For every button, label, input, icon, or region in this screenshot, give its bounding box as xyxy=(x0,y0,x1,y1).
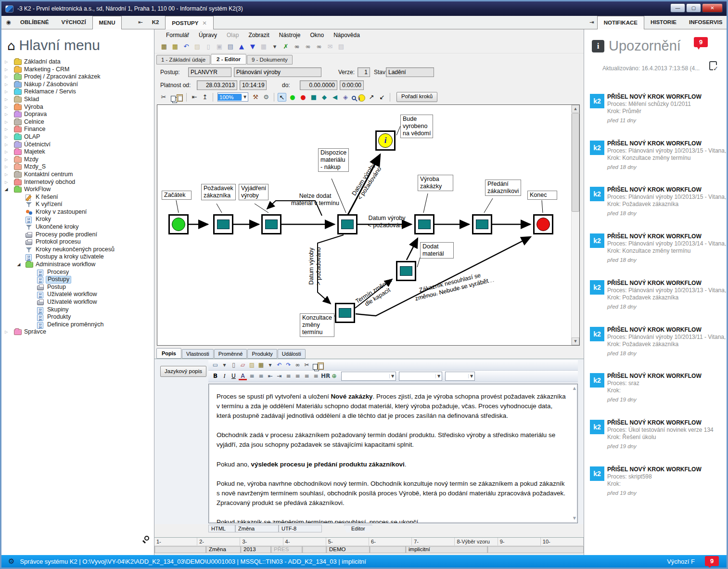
tree-item-reklamace-servis[interactable]: ▷Reklamace / Servis xyxy=(1,88,154,96)
copy-icon[interactable] xyxy=(171,96,176,102)
undo-icon[interactable]: ↶ xyxy=(275,361,283,369)
tree-item-celnice[interactable]: ▷Celnice xyxy=(1,118,154,126)
zoom-tool-icon[interactable] xyxy=(352,96,356,100)
expand-arrow-icon[interactable]: ▷ xyxy=(3,73,9,81)
notification-item[interactable]: k2PŘIŠEL NOVÝ KROK WORKFLOWProces: Úkol … xyxy=(590,419,728,449)
expand-arrow-icon[interactable]: ▷ xyxy=(3,58,9,66)
tree-item-postup[interactable]: Postup xyxy=(1,284,154,291)
notification-item[interactable]: k2PŘIŠEL NOVÝ KROK WORKFLOWProces: Pláno… xyxy=(590,233,728,263)
gear-icon[interactable]: ⚙ xyxy=(8,557,14,566)
menu-n-pov-da[interactable]: Nápověda xyxy=(329,30,365,40)
cursor-icon[interactable]: ↖ xyxy=(278,93,286,102)
undo-icon[interactable]: ↶ xyxy=(181,42,191,52)
indent-icon[interactable]: ⇥ xyxy=(275,372,283,380)
tree-item-kroky[interactable]: Kroky xyxy=(1,216,154,223)
menu-zobrazit[interactable]: Zobrazit xyxy=(243,30,274,40)
fkey-8[interactable]: 8-Výběr vzoru xyxy=(455,538,498,545)
globe-icon[interactable]: ⊕ xyxy=(330,372,338,380)
dropdown-icon[interactable]: ▾ xyxy=(220,361,229,369)
menu-pravy[interactable]: Úpravy xyxy=(194,30,222,40)
fkey-7[interactable]: 7- xyxy=(412,538,455,545)
restore-button[interactable]: ▢ xyxy=(686,3,701,13)
step-order-button[interactable]: Pořadí kroků xyxy=(396,92,437,102)
format-select-2[interactable]: ▼ xyxy=(445,372,475,381)
collapse-arrow-icon[interactable]: ◢ xyxy=(16,261,22,269)
tree-item-procesy[interactable]: Procesy xyxy=(1,269,154,276)
italic-icon[interactable]: I xyxy=(220,372,229,380)
tree-item-kroky-v-zastoupen[interactable]: Kroky v zastoupení xyxy=(1,208,154,216)
save-as-icon[interactable]: ▦ xyxy=(170,42,180,52)
fkey-2[interactable]: 2- xyxy=(197,538,240,545)
record-icon[interactable]: ◉ xyxy=(3,16,14,29)
platnost-od-time-field[interactable]: 10:14:19 xyxy=(240,80,267,90)
notification-item[interactable]: k2PŘIŠEL NOVÝ KROK WORKFLOWProces: Pláno… xyxy=(590,140,728,170)
tree-item-majetek[interactable]: ▷Majetek xyxy=(1,148,154,156)
scroll-down-icon[interactable]: ▼ xyxy=(572,337,579,345)
new-doc-icon[interactable]: ▯ xyxy=(230,361,238,369)
tree-item-protokol-procesu[interactable]: Protokol procesu xyxy=(1,238,154,246)
dropdown-icon[interactable]: ▾ xyxy=(270,42,280,52)
workflow-node-dodat-material[interactable] xyxy=(396,261,416,281)
workflow-canvas[interactable]: iZačátekPožadavekzákazníkaVyjádřenívýrob… xyxy=(157,104,580,346)
tab-notifikace[interactable]: NOTIFIKACE xyxy=(597,16,644,30)
move-down-icon[interactable]: ▼ xyxy=(248,42,257,52)
find-selection-icon[interactable]: ∞ xyxy=(314,42,324,52)
expand-arrow-icon[interactable]: ▷ xyxy=(3,141,9,149)
cut-icon[interactable]: ✂ xyxy=(159,93,168,102)
filter-edit-icon[interactable]: ✗ xyxy=(281,42,291,52)
tree-item-definice-prom-nn-ch[interactable]: Definice proměnných xyxy=(1,321,154,329)
statusbar-badge[interactable]: 9 xyxy=(705,556,719,566)
do-date-field[interactable]: 0.00.0000 xyxy=(300,80,337,90)
detail-tab-prom-nn[interactable]: Proměnné xyxy=(214,349,247,359)
stav-field[interactable]: Ladění xyxy=(386,67,434,77)
edit-doc-icon[interactable]: ▱ xyxy=(239,361,247,369)
jump-start-icon[interactable]: ⇤ xyxy=(190,93,199,102)
dropdown-icon[interactable]: ▾ xyxy=(266,361,274,369)
workflow-node-bude-vyrobeno[interactable]: i xyxy=(375,130,396,151)
save-doc-icon[interactable]: ▦ xyxy=(257,361,265,369)
open-icon[interactable]: ▨ xyxy=(192,42,202,52)
tree-item-postupy[interactable]: Postupy xyxy=(1,276,154,284)
align-right-icon[interactable]: ≡ xyxy=(303,372,311,380)
chevron-down-icon[interactable]: ▼ xyxy=(389,374,396,378)
redirect-out-icon[interactable]: ↗ xyxy=(367,93,376,102)
fkey-1[interactable]: 1- xyxy=(154,538,197,545)
workflow-node-pozadavek-zakaznika[interactable] xyxy=(213,214,233,234)
paste-icon[interactable] xyxy=(177,94,183,102)
scroll-thumb[interactable] xyxy=(572,113,579,212)
workflow-node-konzultace-zmeny[interactable] xyxy=(335,303,355,323)
tree-item-workflow[interactable]: ◢WorkFlow xyxy=(1,186,154,194)
detail-tab-produkty[interactable]: Produkty xyxy=(247,349,277,359)
close-tab-icon[interactable]: ✕ xyxy=(202,20,207,26)
minimize-button[interactable]: — xyxy=(670,3,685,13)
numbered-list-icon[interactable]: ≡ xyxy=(248,372,256,380)
align-left-icon[interactable]: ≡ xyxy=(284,372,293,380)
format-select-0[interactable]: ▼ xyxy=(341,372,396,381)
expand-arrow-icon[interactable]: ▷ xyxy=(3,96,9,103)
editor-tab-1-z-kladn-daje[interactable]: 1 - Základní údaje xyxy=(156,55,210,65)
workflow-node-zacatek[interactable] xyxy=(168,214,189,234)
notification-item[interactable]: k2PŘIŠEL NOVÝ KROK WORKFLOWProces: Pláno… xyxy=(590,279,728,310)
tree-item-z-kladn-data[interactable]: ▷Základní data xyxy=(1,58,154,66)
postup-name-field[interactable]: Plánování výroby xyxy=(234,67,321,77)
mark-read-icon[interactable] xyxy=(709,61,717,70)
desc-scroll-up-icon[interactable]: ▲ xyxy=(573,386,576,391)
tree-item-olap[interactable]: ▷OLAP xyxy=(1,133,154,141)
align-center-icon[interactable]: ≡ xyxy=(294,372,302,380)
notification-item[interactable]: k2PŘIŠEL NOVÝ KROK WORKFLOWProces: Měřen… xyxy=(590,93,728,123)
do-time-field[interactable]: 0:00:00 xyxy=(340,80,364,90)
chevron-down-icon[interactable]: ▼ xyxy=(468,374,474,378)
notification-item[interactable]: k2PŘIŠEL NOVÝ KROK WORKFLOWProces: srazK… xyxy=(590,372,728,402)
tree-item-produkty[interactable]: Produkty xyxy=(1,313,154,321)
decision-node-icon[interactable]: ◆ xyxy=(320,93,329,102)
copydoc-icon[interactable]: ▣ xyxy=(215,42,224,52)
save-icon[interactable]: ▦ xyxy=(159,42,169,52)
expand-arrow-icon[interactable]: ▷ xyxy=(3,111,9,118)
expand-arrow-icon[interactable]: ▷ xyxy=(3,81,9,89)
notification-item[interactable]: k2PŘIŠEL NOVÝ KROK WORKFLOWProces: skrip… xyxy=(590,466,728,496)
expand-arrow-icon[interactable]: ▷ xyxy=(3,171,9,179)
format-select-1[interactable]: ▼ xyxy=(399,372,442,381)
image-icon[interactable]: ▦ xyxy=(259,42,268,52)
editor-sheet-tab[interactable]: Editor xyxy=(344,525,372,532)
chevron-down-icon[interactable]: ▼ xyxy=(435,374,442,378)
